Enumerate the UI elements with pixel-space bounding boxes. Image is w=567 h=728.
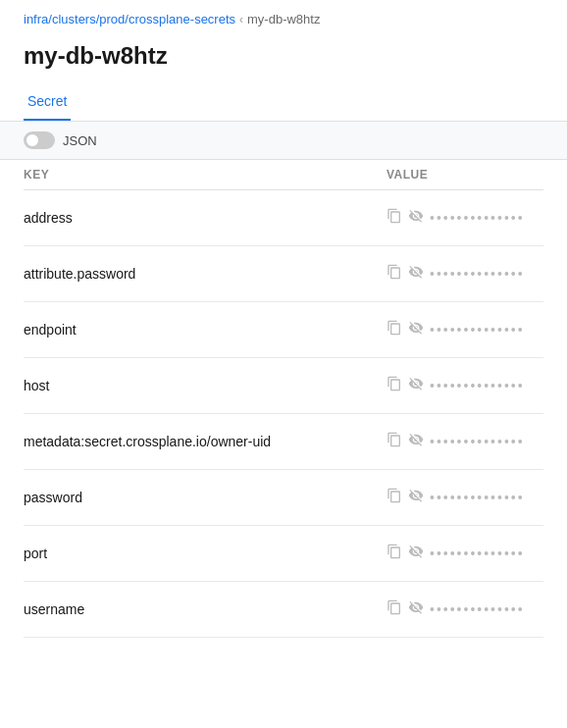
row-value: •••••••••••••• — [387, 488, 543, 507]
copy-icon[interactable] — [387, 488, 402, 507]
masked-value: •••••••••••••• — [430, 546, 525, 561]
json-toggle-label: JSON — [63, 133, 97, 148]
page-title: my-db-w8htz — [0, 34, 567, 85]
row-key: password — [24, 490, 387, 505]
row-value: •••••••••••••• — [387, 320, 543, 339]
eye-hide-icon[interactable] — [408, 544, 424, 563]
copy-icon[interactable] — [387, 208, 402, 228]
table-header: Key Value — [24, 160, 543, 190]
table-row: attribute.password •••••••••••••• — [24, 246, 543, 302]
row-value: •••••••••••••• — [387, 264, 543, 284]
masked-value: •••••••••••••• — [430, 378, 525, 393]
tab-secret[interactable]: Secret — [24, 85, 71, 121]
toolbar: JSON — [0, 122, 567, 160]
eye-hide-icon[interactable] — [408, 320, 424, 339]
copy-icon[interactable] — [387, 432, 402, 451]
copy-icon[interactable] — [387, 599, 402, 619]
row-key: attribute.password — [24, 266, 387, 282]
eye-hide-icon[interactable] — [408, 376, 424, 395]
json-toggle[interactable] — [24, 131, 55, 149]
secrets-table: Key Value address •••••••••••••• attribu… — [0, 160, 567, 638]
table-row: metadata:secret.crossplane.io/owner-uid … — [24, 414, 543, 470]
breadcrumb: infra/clusters/prod/crossplane-secrets ‹… — [0, 0, 567, 34]
copy-icon[interactable] — [387, 544, 402, 563]
row-value: •••••••••••••• — [387, 599, 543, 619]
row-value: •••••••••••••• — [387, 376, 543, 395]
table-row: host •••••••••••••• — [24, 358, 543, 414]
column-value-header: Value — [387, 168, 543, 182]
row-key: username — [24, 601, 387, 617]
masked-value: •••••••••••••• — [430, 210, 525, 226]
tabs: Secret — [0, 85, 567, 122]
eye-hide-icon[interactable] — [408, 208, 424, 228]
masked-value: •••••••••••••• — [430, 266, 525, 282]
masked-value: •••••••••••••• — [430, 601, 525, 617]
table-row: address •••••••••••••• — [24, 190, 543, 246]
masked-value: •••••••••••••• — [430, 434, 525, 449]
table-row: username •••••••••••••• — [24, 582, 543, 638]
row-key: address — [24, 210, 387, 226]
breadcrumb-link[interactable]: infra/clusters/prod/crossplane-secrets — [24, 12, 235, 26]
row-key: metadata:secret.crossplane.io/owner-uid — [24, 434, 387, 449]
eye-hide-icon[interactable] — [408, 264, 424, 284]
table-row: port •••••••••••••• — [24, 526, 543, 582]
table-rows: address •••••••••••••• attribute.passwor… — [24, 190, 543, 638]
table-row: endpoint •••••••••••••• — [24, 302, 543, 358]
row-value: •••••••••••••• — [387, 544, 543, 563]
eye-hide-icon[interactable] — [408, 599, 424, 619]
row-value: •••••••••••••• — [387, 208, 543, 228]
table-row: password •••••••••••••• — [24, 470, 543, 526]
row-key: endpoint — [24, 322, 387, 338]
masked-value: •••••••••••••• — [430, 322, 525, 338]
column-key-header: Key — [24, 168, 387, 182]
row-key: host — [24, 378, 387, 393]
eye-hide-icon[interactable] — [408, 432, 424, 451]
breadcrumb-current: my-db-w8htz — [247, 12, 320, 26]
copy-icon[interactable] — [387, 264, 402, 284]
copy-icon[interactable] — [387, 320, 402, 339]
copy-icon[interactable] — [387, 376, 402, 395]
masked-value: •••••••••••••• — [430, 490, 525, 505]
eye-hide-icon[interactable] — [408, 488, 424, 507]
breadcrumb-sep1: ‹ — [239, 13, 243, 26]
row-value: •••••••••••••• — [387, 432, 543, 451]
row-key: port — [24, 546, 387, 561]
